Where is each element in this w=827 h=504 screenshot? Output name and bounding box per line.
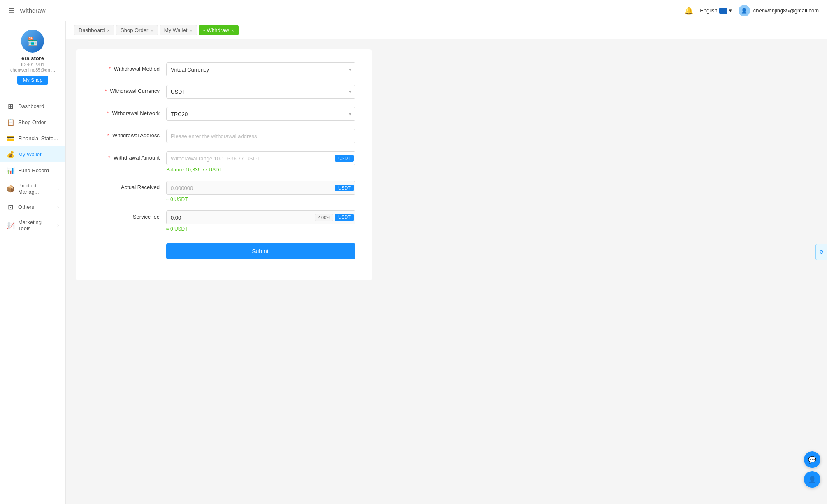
marketing-icon: 📈: [7, 222, 14, 229]
tab-close-icon[interactable]: ×: [232, 28, 234, 33]
withdrawal-address-label: * Withdrawal Address: [92, 129, 166, 139]
topbar-right: 🔔 English ▾ 👤 chenwenjing85@gmail.com: [684, 5, 819, 16]
actual-received-field: USDT ≈ 0 USDT: [166, 181, 355, 202]
withdrawal-method-select[interactable]: Virtual Currency: [166, 62, 355, 76]
required-mark: *: [107, 132, 109, 139]
active-dot: ●: [203, 28, 205, 32]
withdrawal-currency-label: * Withdrawal Currency: [92, 85, 166, 94]
withdrawal-amount-label: * Withdrawal Amount: [92, 151, 166, 161]
tab-withdraw[interactable]: ● Withdraw ×: [199, 25, 239, 35]
bell-icon[interactable]: 🔔: [684, 6, 693, 15]
withdrawal-address-row: * Withdrawal Address: [92, 129, 355, 143]
dashboard-icon: ⊞: [7, 102, 14, 110]
topbar: ☰ Withdraw 🔔 English ▾ 👤 chenwenjing85@g…: [0, 0, 827, 21]
required-mark: *: [109, 66, 111, 72]
user-menu[interactable]: 👤 chenwenjing85@gmail.com: [739, 5, 819, 16]
chevron-right-icon: ›: [57, 186, 59, 191]
sidebar-item-my-wallet[interactable]: 💰 My Wallet: [0, 146, 65, 162]
tab-label: Dashboard: [79, 27, 105, 33]
submit-spacer: [92, 240, 166, 243]
approx-hint: ≈ 0 USDT: [166, 197, 355, 202]
actual-received-input: [166, 181, 355, 195]
sidebar-item-marketing-tools[interactable]: 📈 Marketing Tools ›: [0, 215, 65, 236]
withdrawal-amount-wrapper: USDT: [166, 151, 355, 165]
tab-my-wallet[interactable]: My Wallet ×: [160, 25, 197, 35]
sidebar-divider: [0, 95, 65, 95]
withdrawal-network-row: * Withdrawal Network TRC20 ▾: [92, 107, 355, 121]
sidebar: 🏪 era store ID 4012791 chenwenjing85@gm.…: [0, 21, 66, 504]
wallet-icon: 💰: [7, 150, 14, 158]
sidebar-item-label: Dashboard: [18, 103, 59, 109]
sidebar-item-product-manag[interactable]: 📦 Product Manag... ›: [0, 178, 65, 199]
usdt-badge: USDT: [335, 155, 354, 162]
float-buttons: 💬 👤: [804, 451, 820, 488]
sidebar-item-label: Fund Record: [18, 167, 59, 173]
sidebar-store-name: era store: [21, 55, 44, 61]
sidebar-item-label: Shop Order: [18, 119, 59, 125]
withdrawal-amount-input[interactable]: [166, 151, 355, 165]
topbar-left: ☰ Withdraw: [8, 6, 46, 15]
withdrawal-network-label: * Withdrawal Network: [92, 107, 166, 116]
withdrawal-network-select[interactable]: TRC20: [166, 107, 355, 121]
sidebar-item-label: Financial State...: [18, 135, 59, 141]
tab-dashboard[interactable]: Dashboard ×: [74, 25, 114, 35]
lang-chevron-icon: ▾: [729, 7, 732, 14]
fund-record-icon: 📊: [7, 166, 14, 174]
withdrawal-method-row: * Withdrawal Method Virtual Currency ▾: [92, 62, 355, 76]
actual-received-wrapper: USDT: [166, 181, 355, 195]
sidebar-avatar: 🏪: [21, 30, 44, 53]
language-selector[interactable]: English ▾: [700, 7, 732, 14]
breadcrumb-bar: Dashboard × Shop Order × My Wallet × ● W…: [66, 21, 827, 39]
service-fee-row: Service fee 2.00% USDT ≈ 0 USDT: [92, 210, 355, 232]
required-mark: *: [105, 88, 107, 94]
actual-received-label: Actual Received: [92, 181, 166, 190]
main-content: Dashboard × Shop Order × My Wallet × ● W…: [66, 21, 827, 504]
withdrawal-currency-select[interactable]: USDT: [166, 85, 355, 99]
sidebar-store-email: chenwenjing85@gm...: [10, 67, 55, 72]
pct-badge: 2.00%: [315, 214, 333, 221]
required-mark: *: [108, 155, 110, 161]
tab-close-icon[interactable]: ×: [151, 28, 153, 33]
withdrawal-method-label: * Withdrawal Method: [92, 62, 166, 72]
chevron-right-icon: ›: [57, 223, 59, 228]
service-fee-wrapper: 2.00% USDT: [166, 210, 355, 224]
withdrawal-currency-select-wrapper: USDT ▾: [166, 85, 355, 99]
chat-button[interactable]: 💬: [804, 451, 820, 468]
content-area: * Withdrawal Method Virtual Currency ▾: [66, 39, 827, 504]
submit-row: Submit: [92, 240, 355, 259]
sidebar-item-financial-state[interactable]: 💳 Financial State...: [0, 130, 65, 146]
my-shop-button[interactable]: My Shop: [17, 76, 48, 85]
service-approx-hint: ≈ 0 USDT: [166, 226, 355, 232]
side-panel-button[interactable]: ⚙: [815, 244, 827, 260]
service-fee-label: Service fee: [92, 210, 166, 220]
balance-hint: Balance 10,336.77 USDT: [166, 167, 355, 173]
withdrawal-address-field: [166, 129, 355, 143]
withdrawal-address-input[interactable]: [166, 129, 355, 143]
chevron-right-icon: ›: [57, 205, 59, 210]
sidebar-item-dashboard[interactable]: ⊞ Dashboard: [0, 98, 65, 114]
actual-received-row: Actual Received USDT ≈ 0 USDT: [92, 181, 355, 202]
shop-order-icon: 📋: [7, 118, 14, 126]
tab-label: Withdraw: [207, 27, 229, 33]
submit-button[interactable]: Submit: [166, 243, 355, 259]
product-icon: 📦: [7, 185, 14, 193]
sidebar-item-label: Product Manag...: [18, 183, 53, 195]
sidebar-store-id: ID 4012791: [21, 62, 44, 67]
tab-close-icon[interactable]: ×: [190, 28, 192, 33]
withdrawal-method-field: Virtual Currency ▾: [166, 62, 355, 76]
tab-close-icon[interactable]: ×: [107, 28, 110, 33]
withdrawal-amount-field: USDT Balance 10,336.77 USDT: [166, 151, 355, 173]
menu-icon[interactable]: ☰: [8, 6, 15, 15]
sidebar-item-label: Marketing Tools: [18, 219, 53, 231]
sidebar-item-others[interactable]: ⊡ Others ›: [0, 199, 65, 215]
tab-label: Shop Order: [121, 27, 148, 33]
others-icon: ⊡: [7, 203, 14, 211]
tab-shop-order[interactable]: Shop Order ×: [116, 25, 158, 35]
required-mark: *: [107, 110, 109, 116]
withdraw-form: * Withdrawal Method Virtual Currency ▾: [76, 49, 372, 280]
sidebar-item-shop-order[interactable]: 📋 Shop Order: [0, 114, 65, 130]
service-fee-field: 2.00% USDT ≈ 0 USDT: [166, 210, 355, 232]
sidebar-item-fund-record[interactable]: 📊 Fund Record: [0, 162, 65, 178]
sidebar-profile: 🏪 era store ID 4012791 chenwenjing85@gm.…: [10, 30, 55, 85]
support-button[interactable]: 👤: [804, 471, 820, 488]
